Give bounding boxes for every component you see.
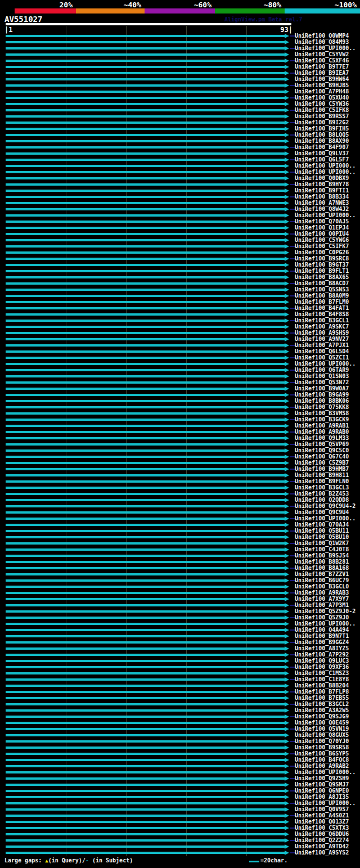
subject-label[interactable]: UniRef100_Q6L5F7 bbox=[295, 156, 349, 163]
subject-label[interactable]: UniRef100_B6UC79 bbox=[295, 577, 349, 583]
subject-label[interactable]: UniRef100_Q9ZSH9 bbox=[295, 775, 349, 781]
subject-label[interactable]: UniRef100_C5XF46 bbox=[295, 57, 349, 64]
similarity-bar[interactable] bbox=[6, 66, 285, 68]
subject-label[interactable]: UniRef100_Q70AJ5 bbox=[295, 218, 349, 224]
similarity-bar[interactable] bbox=[6, 524, 285, 526]
similarity-bar[interactable] bbox=[6, 759, 285, 761]
subject-label[interactable]: UniRef100_B8B281 bbox=[295, 559, 349, 565]
similarity-bar[interactable] bbox=[6, 171, 285, 173]
similarity-bar[interactable] bbox=[6, 357, 285, 359]
subject-label[interactable]: UniRef100_A3A2W5 bbox=[295, 707, 349, 713]
similarity-bar[interactable] bbox=[6, 753, 285, 755]
subject-label[interactable]: UniRef100_A9NV27 bbox=[295, 336, 349, 342]
similarity-bar[interactable] bbox=[6, 388, 285, 390]
similarity-bar[interactable] bbox=[6, 487, 285, 489]
similarity-bar[interactable] bbox=[6, 332, 285, 334]
subject-label[interactable]: UniRef100_B9H811 bbox=[295, 472, 349, 478]
similarity-bar[interactable] bbox=[6, 480, 285, 483]
subject-label[interactable]: UniRef100_B9HY78 bbox=[295, 181, 349, 187]
subject-label[interactable]: UniRef100_B9FLN0 bbox=[295, 478, 349, 484]
subject-label[interactable]: UniRef100_A9SKC7 bbox=[295, 323, 349, 330]
similarity-bar[interactable] bbox=[6, 617, 285, 619]
similarity-bar[interactable] bbox=[6, 152, 285, 155]
similarity-bar[interactable] bbox=[6, 839, 285, 842]
similarity-bar[interactable] bbox=[6, 623, 285, 625]
subject-label[interactable]: UniRef100_B7FLM0 bbox=[295, 299, 349, 305]
similarity-bar[interactable] bbox=[6, 604, 285, 606]
subject-label[interactable]: UniRef100_B3VMS8 bbox=[295, 410, 349, 416]
subject-label[interactable]: UniRef100_C5YW36 bbox=[295, 101, 349, 107]
subject-label[interactable]: UniRef100_A9RAB2 bbox=[295, 763, 349, 769]
subject-label[interactable]: UniRef100_Q84M93 bbox=[295, 39, 349, 45]
subject-label[interactable]: UniRef100_B4FAT1 bbox=[295, 305, 349, 311]
similarity-bar[interactable] bbox=[6, 573, 285, 575]
subject-label[interactable]: UniRef100_UPI000.. bbox=[295, 169, 356, 175]
subject-label[interactable]: UniRef100_A9RAB3 bbox=[295, 590, 349, 596]
subject-label[interactable]: UniRef100_B3GCL3 bbox=[295, 484, 349, 491]
similarity-bar[interactable] bbox=[6, 270, 285, 272]
subject-label[interactable]: UniRef100_A7NWE3 bbox=[295, 200, 349, 206]
similarity-bar[interactable] bbox=[6, 115, 285, 118]
subject-label[interactable]: UniRef100_C0PG26 bbox=[295, 249, 349, 255]
similarity-bar[interactable] bbox=[6, 431, 285, 433]
subject-label[interactable]: UniRef100_B3GCL1 bbox=[295, 317, 349, 323]
subject-label[interactable]: UniRef100_B8B334 bbox=[295, 194, 349, 200]
subject-label[interactable]: UniRef100_C5YWG6 bbox=[295, 237, 349, 243]
subject-label[interactable]: UniRef100_A9RAB1 bbox=[295, 422, 349, 429]
similarity-bar[interactable] bbox=[6, 579, 285, 582]
subject-label[interactable]: UniRef100_Q5XU40 bbox=[295, 95, 349, 101]
subject-label[interactable]: UniRef100_Q9C9U4 bbox=[295, 509, 349, 515]
subject-label[interactable]: UniRef100_B8A0M9 bbox=[295, 293, 349, 299]
similarity-bar[interactable] bbox=[6, 722, 285, 724]
similarity-bar[interactable] bbox=[6, 227, 285, 229]
similarity-bar[interactable] bbox=[6, 425, 285, 427]
subject-label[interactable]: UniRef100_A7P3M1 bbox=[295, 602, 349, 608]
similarity-bar[interactable] bbox=[6, 499, 285, 501]
subject-label[interactable]: UniRef100_B9W0A7 bbox=[295, 385, 349, 392]
subject-label[interactable]: UniRef100_Q5Z9J0-2 bbox=[295, 608, 356, 614]
subject-label[interactable]: UniRef100_UPI000.. bbox=[295, 45, 356, 51]
similarity-bar[interactable] bbox=[6, 493, 285, 495]
similarity-bar[interactable] bbox=[6, 437, 285, 439]
subject-label[interactable]: UniRef100_B9SR58 bbox=[295, 744, 349, 750]
similarity-bar[interactable] bbox=[6, 326, 285, 328]
similarity-bar[interactable] bbox=[6, 462, 285, 464]
similarity-bar[interactable] bbox=[6, 406, 285, 408]
subject-label[interactable]: UniRef100_Q5VN19 bbox=[295, 726, 349, 732]
similarity-bar[interactable] bbox=[6, 177, 285, 179]
subject-label[interactable]: UniRef100_B8LQQ5 bbox=[295, 132, 349, 138]
similarity-bar[interactable] bbox=[6, 833, 285, 835]
subject-label[interactable]: UniRef100_B7FLP8 bbox=[295, 689, 349, 695]
subject-label[interactable]: UniRef100_Q1SN03 bbox=[295, 373, 349, 379]
subject-label[interactable]: UniRef100_B8AX65 bbox=[295, 274, 349, 280]
similarity-bar[interactable] bbox=[6, 666, 285, 668]
subject-label[interactable]: UniRef100_Q5Z9J0 bbox=[295, 614, 349, 620]
subject-label[interactable]: UniRef100_UPI000.. bbox=[295, 769, 356, 775]
subject-label[interactable]: UniRef100_B8BK06 bbox=[295, 398, 349, 404]
subject-label[interactable]: UniRef100_Q0E459 bbox=[295, 719, 349, 726]
similarity-bar[interactable] bbox=[6, 183, 285, 186]
subject-label[interactable]: UniRef100_Q013Z7 bbox=[295, 818, 349, 825]
similarity-bar[interactable] bbox=[6, 214, 285, 217]
subject-label[interactable]: UniRef100_B9RSS7 bbox=[295, 113, 349, 119]
subject-label[interactable]: UniRef100_Q6TAR9 bbox=[295, 367, 349, 373]
subject-label[interactable]: UniRef100_Q1W2K7 bbox=[295, 540, 349, 546]
similarity-bar[interactable] bbox=[6, 134, 285, 136]
subject-label[interactable]: UniRef100_C1E8Y8 bbox=[295, 676, 349, 682]
similarity-bar[interactable] bbox=[6, 400, 285, 402]
similarity-bar[interactable] bbox=[6, 808, 285, 811]
similarity-bar[interactable] bbox=[6, 97, 285, 99]
subject-label[interactable]: UniRef100_UPI000.. bbox=[295, 361, 356, 367]
subject-label[interactable]: UniRef100_B9N7T1 bbox=[295, 633, 349, 639]
similarity-bar[interactable] bbox=[6, 784, 285, 786]
similarity-bar[interactable] bbox=[6, 350, 285, 353]
subject-label[interactable]: UniRef100_Q67C40 bbox=[295, 453, 349, 460]
similarity-bar[interactable] bbox=[6, 47, 285, 50]
subject-label[interactable]: UniRef100_A9RAB0 bbox=[295, 429, 349, 435]
similarity-bar[interactable] bbox=[6, 548, 285, 551]
subject-label[interactable]: UniRef100_C5XTX3 bbox=[295, 825, 349, 831]
subject-label[interactable]: UniRef100_Q6L5D4 bbox=[295, 348, 349, 354]
subject-label[interactable]: UniRef100_Q5ZCI1 bbox=[295, 354, 349, 361]
subject-label[interactable]: UniRef100_C5IFK7 bbox=[295, 243, 349, 249]
similarity-bar[interactable] bbox=[6, 165, 285, 167]
